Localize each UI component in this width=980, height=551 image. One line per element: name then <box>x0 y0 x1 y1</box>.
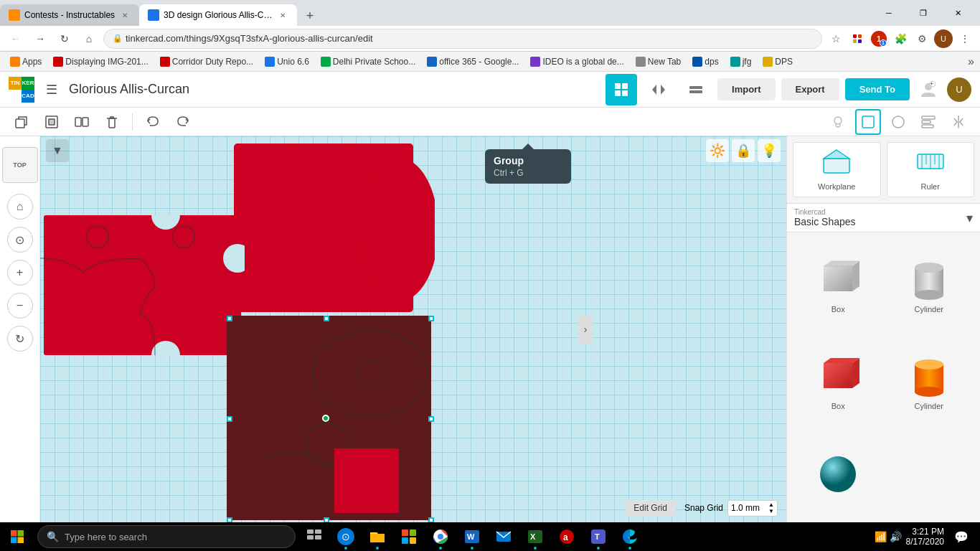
tinkercad-logo[interactable]: TIN KER CAD <box>9 77 34 103</box>
snap-grid-row: Snap Grid 1.0 mm ▲ ▼ <box>684 500 778 517</box>
sel-handle-tl <box>227 316 232 321</box>
shape-cylinder-orange[interactable]: Cylinder <box>884 335 975 432</box>
taskbar-mail-button[interactable] <box>488 522 519 551</box>
group-button[interactable] <box>69 109 95 135</box>
bookmark-office365[interactable]: office 365 - Google... <box>423 55 523 68</box>
more-options-icon[interactable]: ⋮ <box>956 29 974 48</box>
extensions-puzzle-icon[interactable]: 🧩 <box>891 29 910 48</box>
copy-single-button[interactable] <box>9 109 34 135</box>
shape-select-button[interactable] <box>855 109 881 135</box>
back-button[interactable]: ← <box>6 29 26 49</box>
close-button[interactable]: ✕ <box>941 3 974 23</box>
bookmark-corridor[interactable]: Corridor Duty Repo... <box>156 55 258 68</box>
export-button[interactable]: Export <box>781 78 839 100</box>
grid-view-button[interactable] <box>606 74 637 105</box>
bookmark-newtab[interactable]: New Tab <box>631 55 685 68</box>
taskbar-cortana-button[interactable]: ⊙ <box>330 522 362 551</box>
sidebar-expand-button[interactable]: › <box>578 315 593 344</box>
forward-button[interactable]: → <box>30 29 50 49</box>
taskbar-word-button[interactable]: W <box>456 522 488 551</box>
send-to-button[interactable]: Send To <box>845 78 910 100</box>
bookmark-apps[interactable]: Apps <box>6 55 46 68</box>
undo-button[interactable] <box>140 109 166 135</box>
settings-icon[interactable]: ⚙ <box>913 29 931 48</box>
snap-grid-label: Snap Grid <box>684 503 723 513</box>
user-avatar[interactable]: U <box>947 77 971 102</box>
lock-scene-button[interactable]: 🔒 <box>732 139 755 162</box>
hamburger-menu-button[interactable]: ☰ <box>40 78 63 101</box>
zoom-out-button[interactable]: − <box>7 293 33 319</box>
center-handle <box>322 415 329 422</box>
shape-sphere-cyan[interactable] <box>793 431 884 517</box>
clock-display[interactable]: 3:21 PM 8/17/2020 <box>906 527 944 547</box>
tab-tinkercad[interactable]: 3D design Glorious Allis-Curcan ✕ <box>139 4 297 26</box>
new-tab-button[interactable]: + <box>300 6 320 26</box>
code-view-button[interactable] <box>643 74 674 105</box>
tab-instructables[interactable]: Contests - Instructables ✕ <box>0 4 139 26</box>
task-view-button[interactable] <box>298 522 330 551</box>
redo-button[interactable] <box>170 109 196 135</box>
view-cube[interactable]: TOP <box>0 143 42 187</box>
import-button[interactable]: Import <box>717 78 775 100</box>
edit-grid-button[interactable]: Edit Grid <box>625 500 676 516</box>
light-bulb-scene-button[interactable]: 💡 <box>758 139 781 162</box>
taskbar-search-box[interactable]: 🔍 Type here to search <box>37 525 296 548</box>
add-user-button[interactable]: + <box>915 77 941 103</box>
workplane-button[interactable]: Workplane <box>793 142 881 197</box>
taskbar-app8-button[interactable]: a <box>551 522 583 551</box>
bookmark-ideo[interactable]: IDEO is a global de... <box>526 55 628 68</box>
fit-view-button[interactable]: ⊙ <box>7 227 33 253</box>
start-button[interactable] <box>0 522 34 551</box>
bookmark-delhi[interactable]: Delhi Private Schoo... <box>316 55 420 68</box>
shapes-dropdown-button[interactable]: ▾ <box>966 210 973 226</box>
star-icon[interactable]: ☆ <box>826 29 845 48</box>
taskbar-chrome-button[interactable] <box>425 522 456 551</box>
reload-button[interactable]: ↻ <box>55 29 75 49</box>
taskbar-excel-button[interactable]: X <box>519 522 551 551</box>
taskbar-store-button[interactable] <box>393 522 425 551</box>
bookmark-dps2[interactable]: DPS <box>758 55 797 68</box>
bookmark-img[interactable]: Displaying IMG-201... <box>49 55 152 68</box>
profile-chrome-icon[interactable]: 1 1 <box>870 29 888 48</box>
url-input[interactable]: 🔒 tinkercad.com/things/9XgsqT3sfxA-glori… <box>103 29 822 49</box>
volume-icon[interactable]: 🔊 <box>890 531 902 542</box>
minimize-button[interactable]: ─ <box>872 3 905 23</box>
bookmarks-more-button[interactable]: » <box>968 55 974 68</box>
zoom-in-button[interactable]: + <box>7 260 33 286</box>
taskbar-edge-button[interactable] <box>614 522 646 551</box>
view-dropdown-button[interactable]: ▼ <box>46 139 69 162</box>
orientation-button[interactable]: ↻ <box>7 326 33 352</box>
delete-button[interactable] <box>99 109 125 135</box>
shape-box-grey[interactable]: Box <box>793 238 884 335</box>
user-profile-icon[interactable]: U <box>934 29 953 48</box>
tab-close-tinkercad[interactable]: ✕ <box>277 9 288 21</box>
svg-rect-19 <box>83 118 88 126</box>
svg-rect-6 <box>615 90 621 96</box>
snap-grid-input[interactable]: 1.0 mm ▲ ▼ <box>727 500 778 517</box>
circle-tool-button[interactable] <box>885 109 911 135</box>
snap-up-button[interactable]: ▲ <box>768 502 774 508</box>
camera-icon[interactable]: 🔆 <box>706 139 729 162</box>
align-left-button[interactable] <box>915 109 941 135</box>
extensions-icon[interactable] <box>848 29 867 48</box>
network-icon[interactable]: 📶 <box>875 531 887 542</box>
blocks-view-button[interactable] <box>680 74 712 105</box>
tab-close-instructables[interactable]: ✕ <box>119 9 131 21</box>
bulb-tool-button[interactable] <box>825 109 851 135</box>
design-canvas[interactable]: ▼ 🔆 🔒 💡 <box>40 136 786 522</box>
shape-cylinder-grey[interactable]: Cylinder <box>884 238 975 335</box>
paste-button[interactable] <box>39 109 65 135</box>
maximize-button[interactable]: ❐ <box>907 3 940 23</box>
mirror-button[interactable] <box>946 109 971 135</box>
taskbar-explorer-button[interactable] <box>362 522 393 551</box>
bookmark-dps1[interactable]: dps <box>688 55 722 68</box>
home-button[interactable]: ⌂ <box>79 29 99 49</box>
taskbar-teams-button[interactable]: T <box>583 522 614 551</box>
bookmark-jfg[interactable]: jfg <box>726 55 756 68</box>
shape-box-red[interactable]: Box <box>793 335 884 432</box>
ruler-button[interactable]: Ruler <box>887 142 975 197</box>
notification-center-button[interactable]: 💬 <box>948 524 974 550</box>
snap-down-button[interactable]: ▼ <box>768 509 774 514</box>
home-view-button[interactable]: ⌂ <box>7 194 33 220</box>
bookmark-unio[interactable]: Unio 6.6 <box>260 55 314 68</box>
